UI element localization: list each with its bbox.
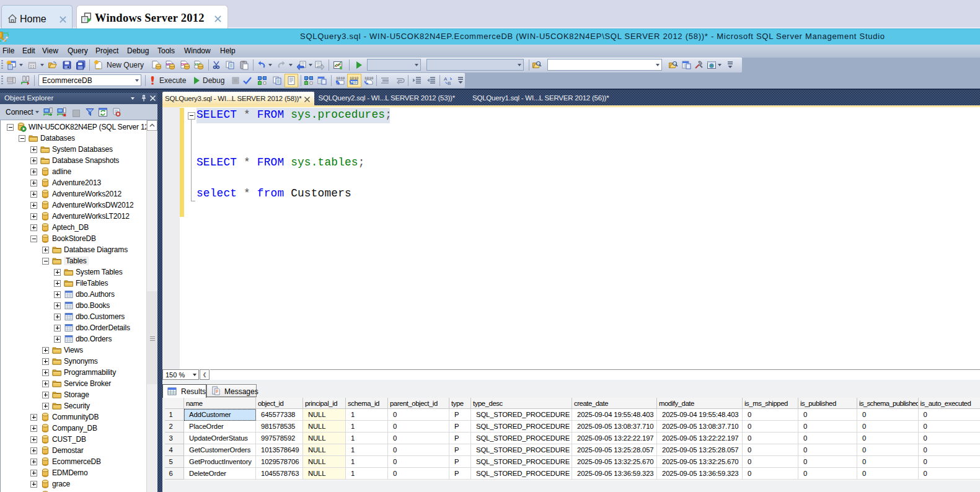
svg-text:B: B bbox=[448, 81, 451, 86]
svg-text:1010: 1010 bbox=[336, 76, 345, 81]
